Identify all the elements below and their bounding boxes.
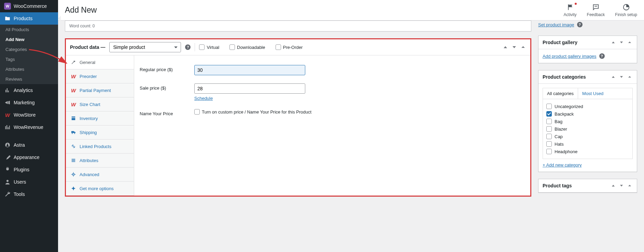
brush-icon [4,154,11,161]
sidebar-item-wowstore[interactable]: W WowStore [0,109,58,121]
sidebar-item-appearance[interactable]: Appearance [0,151,58,163]
svg-point-1 [6,180,9,182]
activity-button[interactable]: Activity [564,3,577,17]
nyp-description: Turn on custom price / Name Your Price f… [202,109,311,115]
truck-icon [71,130,76,135]
category-label: Headphone [555,149,577,154]
toggle-panel-icon[interactable] [627,183,633,189]
category-hats[interactable]: Hats [546,140,629,148]
tab-label: Linked Products [80,144,111,149]
category-blazer[interactable]: Blazer [546,125,629,133]
tab-get-more[interactable]: Get more options [66,182,134,196]
tab-shipping[interactable]: Shipping [66,125,134,140]
sidebar-item-all-products[interactable]: All Products [0,25,58,35]
product-type-select[interactable]: Simple product [109,42,181,52]
tab-attributes[interactable]: Attributes [66,154,134,168]
sidebar-item-wowrevenue[interactable]: WowRevenue [0,121,58,133]
toggle-panel-icon[interactable] [627,74,633,80]
panel-title: Product gallery [543,40,577,45]
sidebar-label: Appearance [14,155,40,160]
move-up-icon[interactable] [610,74,616,80]
sidebar-item-tools[interactable]: Tools [0,188,58,200]
tab-partial-payment[interactable]: W Partial Payment [66,83,134,97]
sidebar-label: Products [14,16,32,21]
category-label: Backpack [555,111,574,117]
category-backpack[interactable]: Backpack [546,110,629,118]
tab-label: Partial Payment [80,88,111,93]
help-icon[interactable]: ? [185,44,191,50]
panel-title: Product categories [543,74,586,80]
sidebar-item-marketing[interactable]: Marketing [0,96,58,109]
move-down-icon[interactable] [618,74,625,80]
schedule-link[interactable]: Schedule [194,96,213,101]
category-bag[interactable]: Bag [546,118,629,125]
checkbox-icon [199,44,205,50]
move-up-icon[interactable] [610,183,616,189]
sidebar-item-users[interactable]: Users [0,176,58,188]
wowrevenue-icon [4,124,11,131]
list-icon [71,158,76,163]
product-gallery-panel: Product gallery Add product gallery imag… [538,36,637,63]
panel-title: Product tags [543,183,572,188]
topbar-label: Finish setup [615,12,637,17]
sidebar-item-categories[interactable]: Categories [0,44,58,54]
category-cap[interactable]: Cap [546,133,629,140]
toggle-panel-icon[interactable] [627,39,633,45]
sidebar-item-tags[interactable]: Tags [0,54,58,64]
checkbox-icon [546,104,552,109]
gear-icon [71,172,76,177]
help-icon[interactable]: ? [577,22,583,27]
checkbox-label: Pre-Order [283,45,303,50]
move-up-icon[interactable] [610,39,616,45]
tab-most-used[interactable]: Most Used [578,88,607,99]
regular-price-input[interactable] [194,65,305,75]
move-down-icon[interactable] [618,39,625,45]
preorder-checkbox[interactable]: Pre-Order [276,44,303,50]
category-uncategorized[interactable]: Uncategorized [546,103,629,110]
svg-point-4 [74,133,75,134]
sidebar-item-add-new[interactable]: Add New [0,35,58,44]
sale-price-input[interactable] [194,83,305,94]
admin-sidebar: W WooCommerce Products All Products Add … [0,0,58,252]
word-count-panel: Word count: 0 [65,21,531,31]
tab-inventory[interactable]: Inventory [66,111,134,125]
sidebar-item-reviews[interactable]: Reviews [0,74,58,84]
sidebar-label: Analytics [14,88,33,93]
help-icon[interactable]: ? [599,53,605,59]
move-down-icon[interactable] [618,183,625,189]
tab-general[interactable]: General [66,55,134,69]
tab-preorder[interactable]: W Preorder [66,69,134,83]
wrench-icon [4,191,11,198]
page-title: Add New [65,5,97,15]
checkbox-label: Downloadable [237,45,265,50]
sidebar-item-woocommerce[interactable]: W WooCommerce [0,0,58,12]
sidebar-item-attributes[interactable]: Attributes [0,64,58,74]
move-up-icon[interactable] [502,44,508,50]
plug-icon [4,166,11,173]
category-headphone[interactable]: Headphone [546,148,629,155]
toggle-panel-icon[interactable] [520,44,526,50]
sidebar-label: Marketing [14,100,34,105]
tab-linked-products[interactable]: Linked Products [66,140,134,154]
virtual-checkbox[interactable]: Virtual [199,44,219,50]
add-gallery-images-link[interactable]: Add product gallery images [543,54,597,59]
sidebar-label: Tools [14,191,25,197]
wrench-icon [71,59,76,65]
tab-all-categories[interactable]: All categories [543,88,578,99]
add-new-category-link[interactable]: + Add new category [543,162,633,168]
sidebar-item-plugins[interactable]: Plugins [0,163,58,176]
sidebar-item-astra[interactable]: Astra [0,139,58,151]
sidebar-item-analytics[interactable]: Analytics [0,84,58,96]
feedback-button[interactable]: Feedback [587,3,605,17]
set-product-image-link[interactable]: Set product image [538,22,574,27]
tab-label: Size Chart [80,102,100,107]
sidebar-item-products[interactable]: Products [0,12,58,25]
tab-size-chart[interactable]: W Size Chart [66,97,134,111]
checkbox-icon [276,44,281,50]
name-your-price-checkbox[interactable]: Turn on custom price / Name Your Price f… [194,109,311,115]
name-your-price-label: Name Your Price [140,109,187,116]
downloadable-checkbox[interactable]: Downloadable [229,44,265,50]
finish-setup-button[interactable]: Finish setup [615,3,637,17]
tab-advanced[interactable]: Advanced [66,168,134,182]
move-down-icon[interactable] [511,44,517,50]
